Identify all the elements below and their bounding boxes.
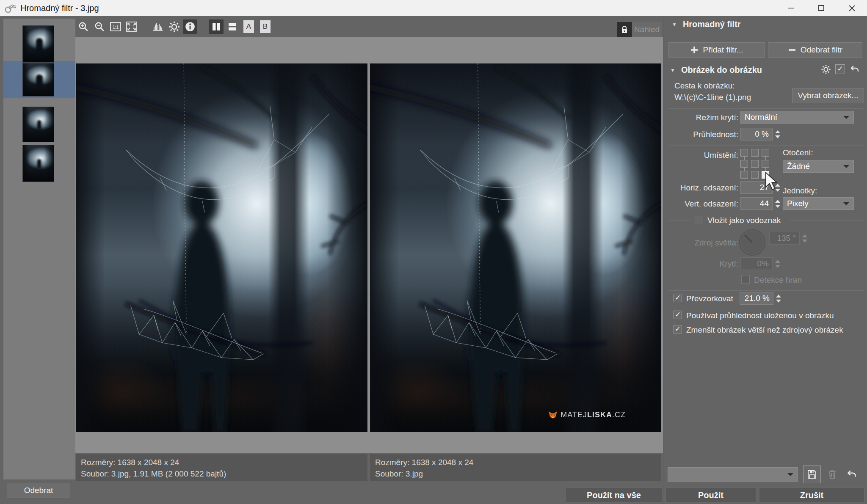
rotation-dropdown[interactable]: Žádné: [783, 160, 854, 173]
batch-filter-panel: ▼ Hromadný filtr Přidat filtr... Odebrat…: [663, 16, 867, 504]
use-alpha-label: Používat průhlednost uloženou v obrázku: [686, 311, 834, 320]
use-alpha-checkbox[interactable]: ✓: [674, 311, 682, 319]
placement-center[interactable]: [751, 160, 759, 168]
filter-section-header[interactable]: ▼ Obrázek do obrázku: [670, 65, 762, 75]
rotation-label: Otočení:: [783, 148, 813, 157]
window-title: Hromadný filtr - 3.jpg: [20, 3, 99, 13]
thumbnail-3[interactable]: [22, 107, 54, 142]
lock-icon[interactable]: [617, 22, 632, 37]
light-angle-spinner: [801, 232, 808, 245]
thumbnail-2-selected[interactable]: [22, 63, 54, 96]
placement-top-right[interactable]: [762, 149, 769, 157]
watermark-checkbox[interactable]: [695, 216, 703, 224]
thumbnail-1[interactable]: [22, 25, 54, 63]
zoom-100-button[interactable]: 1:1: [108, 19, 123, 34]
inserted-watermark: MATEJLISKA.CZ: [548, 410, 626, 419]
transparency-spinner[interactable]: [774, 128, 781, 140]
transparency-input[interactable]: 0 %: [740, 128, 773, 140]
info-file: Soubor: 3.jpg, 1.91 MB (2 000 522 bajtů): [81, 468, 367, 479]
info-icon[interactable]: [183, 19, 197, 34]
opacity-label: Krytí:: [663, 259, 738, 269]
preview-toolbar: 1:1 A B: [75, 16, 663, 37]
preview-toggle[interactable]: Náhled: [632, 22, 662, 37]
horiz-offset-input[interactable]: 27: [740, 181, 773, 194]
image-path-label: Cesta k obrázku:: [674, 81, 735, 91]
preset-dropdown[interactable]: [668, 467, 798, 482]
vert-offset-input[interactable]: 44: [740, 197, 773, 210]
remove-image-button[interactable]: Odebrat: [7, 483, 70, 498]
resample-input[interactable]: 21.0 %: [740, 292, 773, 305]
split-vertical-icon[interactable]: [209, 19, 224, 34]
collapse-icon[interactable]: ▼: [670, 67, 675, 73]
apply-all-button[interactable]: Použít na vše: [566, 487, 662, 503]
filter-reset-icon[interactable]: [849, 63, 861, 75]
app-logo-icon: [4, 2, 16, 14]
units-label: Jednotky:: [783, 186, 817, 196]
horiz-offset-label: Horiz. odsazení:: [663, 183, 738, 193]
vert-offset-spinner[interactable]: [774, 197, 781, 210]
zoom-in-icon[interactable]: [76, 19, 91, 34]
cancel-button[interactable]: Zrušit: [759, 487, 864, 503]
light-source-dial: [739, 229, 766, 256]
preview-image-before[interactable]: [76, 63, 367, 432]
panel-header[interactable]: ▼ Hromadný filtr: [672, 19, 741, 29]
add-filter-button[interactable]: Přidat filtr...: [668, 42, 765, 58]
placement-mid-right[interactable]: [762, 160, 769, 168]
histogram-icon[interactable]: [151, 19, 165, 34]
light-source-label: Zdroj světla:: [663, 238, 738, 248]
remove-filter-button[interactable]: Odebrat filtr: [768, 42, 862, 58]
plus-icon: [690, 46, 699, 54]
filter-enabled-checkbox[interactable]: ✓: [835, 64, 845, 74]
shrink-label: Zmenšit obrázek větší než zdrojový obráz…: [686, 325, 843, 335]
placement-mid-left[interactable]: [740, 160, 748, 168]
save-preset-icon[interactable]: [803, 465, 821, 483]
minus-icon: [788, 46, 796, 54]
app-window: Hromadný filtr - 3.jpg 1:1: [0, 0, 867, 504]
minimize-button[interactable]: [776, 0, 806, 16]
compare-a-button[interactable]: A: [243, 20, 254, 33]
blend-mode-label: Režim krytí:: [663, 113, 738, 122]
resample-spinner[interactable]: [775, 292, 782, 305]
thumbnail-4[interactable]: [22, 145, 54, 182]
close-button[interactable]: [837, 0, 867, 16]
placement-grid[interactable]: [740, 149, 769, 179]
zoom-out-icon[interactable]: [92, 19, 107, 34]
titlebar: Hromadný filtr - 3.jpg: [0, 0, 867, 16]
reset-preset-icon[interactable]: [845, 467, 859, 482]
apply-button[interactable]: Použít: [665, 487, 756, 503]
placement-top-left[interactable]: [740, 149, 748, 157]
select-image-button[interactable]: Vybrat obrázek...: [792, 88, 864, 103]
panel-title: Hromadný filtr: [683, 19, 741, 29]
shrink-checkbox[interactable]: ✓: [674, 325, 682, 333]
placement-bottom-center[interactable]: [751, 171, 759, 179]
fit-to-screen-icon[interactable]: [124, 19, 139, 34]
info-dimensions: Rozměry: 1638 x 2048 x 24: [375, 457, 661, 468]
placement-bottom-right-selected[interactable]: [762, 171, 769, 179]
maximize-button[interactable]: [806, 0, 837, 16]
settings-gear-icon[interactable]: [167, 19, 181, 34]
before-image-info: Rozměry: 1638 x 2048 x 24 Soubor: 3.jpg,…: [76, 454, 367, 481]
light-angle-input: 135 °: [769, 232, 800, 245]
blend-mode-dropdown[interactable]: Normální: [740, 111, 854, 124]
watermark-checkbox-label: Vložit jako vodoznak: [707, 216, 781, 225]
resample-label: Převzorkovat: [686, 294, 733, 303]
placement-bottom-left[interactable]: [740, 171, 748, 179]
split-horizontal-icon[interactable]: [225, 19, 240, 34]
filter-settings-gear-icon[interactable]: [820, 63, 832, 75]
watermark-text-regular: MATEJ: [561, 410, 587, 419]
edge-detect-label: Detekce hran: [754, 275, 802, 285]
transparency-label: Průhlednost:: [663, 130, 738, 139]
horiz-offset-spinner[interactable]: [774, 181, 781, 194]
watermark-text-bold: LISKA: [587, 410, 612, 419]
photo-scene: [76, 63, 367, 432]
placement-top-center[interactable]: [751, 149, 759, 157]
info-file: Soubor: 3.jpg: [375, 468, 661, 479]
units-dropdown[interactable]: Pixely: [783, 197, 854, 210]
preview-image-after[interactable]: MATEJLISKA.CZ: [370, 63, 661, 432]
photo-scene: [370, 63, 661, 432]
resample-checkbox[interactable]: ✓: [674, 294, 682, 302]
collapse-icon[interactable]: ▼: [672, 22, 677, 28]
edge-detect-checkbox: [741, 275, 750, 284]
watermark-text-suffix: .CZ: [612, 410, 626, 419]
compare-b-button[interactable]: B: [260, 20, 271, 33]
